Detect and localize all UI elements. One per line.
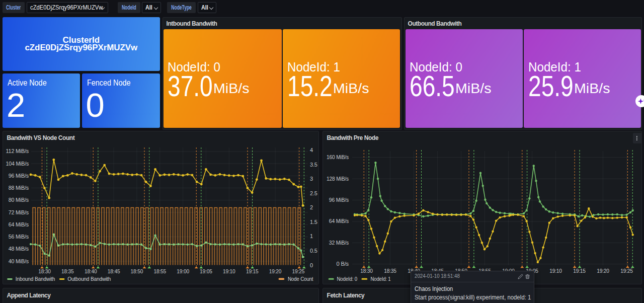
svg-text:19:00: 19:00: [177, 268, 189, 274]
svg-text:18:55: 18:55: [154, 268, 167, 274]
svg-text:18:30: 18:30: [38, 268, 51, 274]
svg-text:Outbound Bandwith: Outbound Bandwith: [67, 276, 111, 282]
svg-text:19:10: 19:10: [223, 268, 235, 274]
svg-text:4: 4: [310, 147, 313, 153]
svg-text:72 MiB/s: 72 MiB/s: [9, 209, 29, 215]
svg-text:NodeId: 1: NodeId: 1: [371, 276, 391, 282]
svg-text:1: 1: [310, 233, 313, 239]
svg-text:Node Count: Node Count: [288, 276, 313, 282]
svg-text:0.5: 0.5: [310, 248, 317, 254]
svg-text:18:40: 18:40: [85, 268, 97, 274]
svg-text:18:50: 18:50: [131, 268, 143, 274]
svg-text:48 MiB/s: 48 MiB/s: [9, 246, 29, 252]
svg-text:0 B/s: 0 B/s: [337, 261, 349, 267]
svg-text:1.5: 1.5: [310, 219, 317, 225]
svg-text:2.5: 2.5: [310, 190, 317, 196]
svg-text:19:25: 19:25: [292, 268, 305, 274]
svg-text:104 MiB/s: 104 MiB/s: [6, 161, 29, 167]
svg-text:3: 3: [310, 176, 313, 182]
svg-text:19:25: 19:25: [620, 268, 633, 274]
svg-text:18:35: 18:35: [61, 268, 74, 274]
svg-text:112 MiB/s: 112 MiB/s: [6, 148, 29, 154]
svg-text:19:05: 19:05: [200, 268, 212, 274]
svg-text:19:20: 19:20: [269, 268, 282, 274]
svg-text:19:15: 19:15: [246, 268, 259, 274]
svg-text:18:35: 18:35: [384, 268, 396, 274]
svg-text:NodeId: 0: NodeId: 0: [337, 276, 358, 282]
svg-text:Inbound Bandwith: Inbound Bandwith: [16, 276, 55, 282]
svg-text:128 MiB/s: 128 MiB/s: [327, 176, 349, 182]
svg-text:40 MiB/s: 40 MiB/s: [9, 258, 29, 264]
svg-text:160 MiB/s: 160 MiB/s: [327, 154, 349, 160]
svg-text:18:45: 18:45: [108, 268, 120, 274]
svg-text:2: 2: [310, 204, 313, 210]
svg-text:80 MiB/s: 80 MiB/s: [9, 197, 29, 203]
svg-text:19:15: 19:15: [573, 268, 586, 274]
svg-text:3.5: 3.5: [310, 162, 317, 168]
svg-text:32 MiB/s: 32 MiB/s: [329, 240, 349, 246]
svg-text:56 MiB/s: 56 MiB/s: [9, 234, 29, 240]
svg-text:96 MiB/s: 96 MiB/s: [9, 173, 29, 179]
svg-text:64 MiB/s: 64 MiB/s: [9, 221, 29, 228]
svg-text:18:30: 18:30: [360, 268, 373, 274]
svg-text:19:20: 19:20: [597, 268, 609, 274]
svg-text:96 MiB/s: 96 MiB/s: [329, 197, 349, 203]
svg-text:88 MiB/s: 88 MiB/s: [9, 185, 29, 191]
svg-text:64 MiB/s: 64 MiB/s: [329, 218, 349, 224]
svg-text:19:10: 19:10: [549, 268, 562, 274]
svg-text:0: 0: [310, 262, 313, 268]
